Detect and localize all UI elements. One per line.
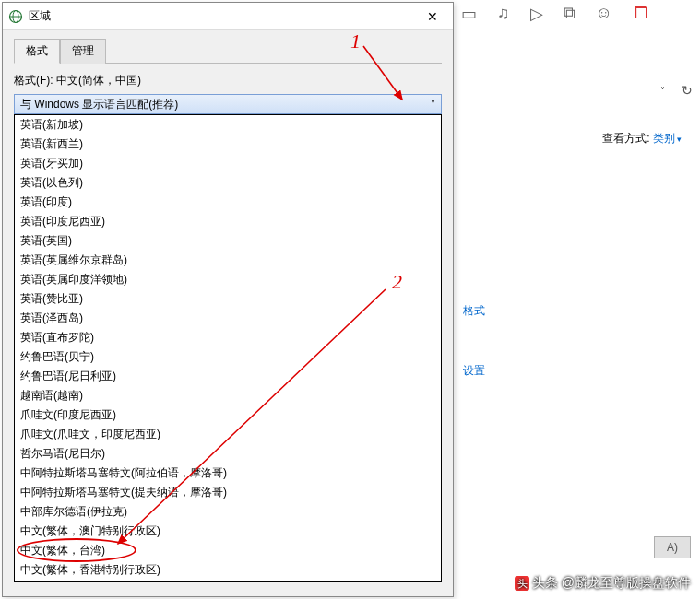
watermark: 头 头条 @麟龙至尊版操盘软件 xyxy=(514,575,691,592)
dialog-body: 格式 管理 格式(F): 中文(简体，中国) 与 Windows 显示语言匹配(… xyxy=(3,30,453,596)
dropdown-item[interactable]: 爪哇文(印度尼西亚) xyxy=(15,405,441,425)
dropdown-item[interactable]: 英语(泽西岛) xyxy=(15,309,441,328)
dropdown-item[interactable]: 英语(印度) xyxy=(15,193,441,212)
close-button[interactable]: ✕ xyxy=(411,3,453,30)
dropdown-item[interactable]: 英语(英国) xyxy=(15,231,441,251)
view-mode-value[interactable]: 类别 xyxy=(653,132,675,145)
image-icon[interactable]: ▭ xyxy=(461,4,477,24)
toolbar-icons: ▭ ♫ ▷ ⧉ ☺ ⧠ xyxy=(454,0,700,28)
dropdown-item[interactable]: 英语(牙买加) xyxy=(15,154,441,173)
dropdown-selected[interactable]: 与 Windows 显示语言匹配(推荐) ˅ xyxy=(14,94,442,114)
dropdown-item[interactable]: 中文(繁体，台湾) xyxy=(15,541,441,560)
dropdown-item[interactable]: 中文(简体汉字，澳门特别行政区) xyxy=(15,580,441,582)
chevron-down-icon: ˅ xyxy=(431,100,435,110)
link-format[interactable]: 格式 xyxy=(454,303,700,319)
emoji-icon[interactable]: ☺ xyxy=(596,4,612,24)
dropdown-item[interactable]: 哲尔马语(尼日尔) xyxy=(15,444,441,464)
link-icon[interactable]: ⧉ xyxy=(564,4,575,24)
music-icon[interactable]: ♫ xyxy=(497,4,510,24)
dropdown-item[interactable]: 英语(赞比亚) xyxy=(15,289,441,309)
dropdown-item[interactable]: 中阿特拉斯塔马塞特文(提夫纳语，摩洛哥) xyxy=(15,483,441,502)
titlebar: 区域 ✕ xyxy=(3,3,453,30)
dropdown-item[interactable]: 英语(印度尼西亚) xyxy=(15,212,441,231)
apply-button-partial[interactable]: A) xyxy=(654,536,691,558)
dropdown-list[interactable]: 英语(新加坡)英语(新西兰)英语(牙买加)英语(以色列)英语(印度)英语(印度尼… xyxy=(14,114,442,582)
tab-admin[interactable]: 管理 xyxy=(60,39,106,64)
down-caret-icon[interactable]: ˅ xyxy=(660,86,665,96)
address-controls: ˅ ↻ xyxy=(454,83,700,98)
dropdown-item[interactable]: 约鲁巴语(贝宁) xyxy=(15,347,441,367)
video-icon[interactable]: ▷ xyxy=(530,4,543,24)
notification-icon[interactable]: ⧠ xyxy=(633,4,649,24)
dropdown-item[interactable]: 英语(新加坡) xyxy=(15,115,441,135)
dropdown-item[interactable]: 英语(新西兰) xyxy=(15,135,441,154)
refresh-icon[interactable]: ↻ xyxy=(682,83,693,98)
globe-icon xyxy=(8,9,23,24)
dropdown-item[interactable]: 约鲁巴语(尼日利亚) xyxy=(15,367,441,386)
dropdown-item[interactable]: 中文(繁体，香港特别行政区) xyxy=(15,560,441,580)
dropdown-item[interactable]: 英语(英属印度洋领地) xyxy=(15,270,441,289)
dropdown-item[interactable]: 爪哇文(爪哇文，印度尼西亚) xyxy=(15,425,441,444)
watermark-text: 头条 @麟龙至尊版操盘软件 xyxy=(532,575,691,592)
region-dialog: 区域 ✕ 格式 管理 格式(F): 中文(简体，中国) 与 Windows 显示… xyxy=(2,2,454,597)
dropdown-item[interactable]: 英语(直布罗陀) xyxy=(15,328,441,347)
caret-down-icon[interactable]: ▾ xyxy=(677,135,682,144)
format-label: 格式(F): 中文(简体，中国) xyxy=(14,73,442,88)
parent-window: ▭ ♫ ▷ ⧉ ☺ ⧠ ˅ ↻ 查看方式: 类别▾ 格式 设置 A) xyxy=(454,0,700,599)
watermark-icon: 头 xyxy=(514,575,530,592)
dropdown-item[interactable]: 中文(繁体，澳门特别行政区) xyxy=(15,522,441,541)
svg-text:头: 头 xyxy=(516,578,527,589)
dropdown-item[interactable]: 中阿特拉斯塔马塞特文(阿拉伯语，摩洛哥) xyxy=(15,464,441,483)
dropdown-item[interactable]: 中部库尔德语(伊拉克) xyxy=(15,502,441,522)
dialog-title: 区域 xyxy=(29,8,411,24)
tab-format[interactable]: 格式 xyxy=(14,39,60,64)
dropdown-item[interactable]: 越南语(越南) xyxy=(15,386,441,405)
view-mode-row: 查看方式: 类别▾ xyxy=(454,131,700,147)
tab-row: 格式 管理 xyxy=(14,38,442,64)
view-mode-label: 查看方式: xyxy=(602,132,649,145)
dropdown-selected-text: 与 Windows 显示语言匹配(推荐) xyxy=(20,97,178,112)
dropdown-item[interactable]: 英语(以色列) xyxy=(15,173,441,193)
format-dropdown: 与 Windows 显示语言匹配(推荐) ˅ 英语(新加坡)英语(新西兰)英语(… xyxy=(14,94,442,114)
link-settings[interactable]: 设置 xyxy=(454,363,700,379)
dropdown-item[interactable]: 英语(英属维尔京群岛) xyxy=(15,251,441,270)
